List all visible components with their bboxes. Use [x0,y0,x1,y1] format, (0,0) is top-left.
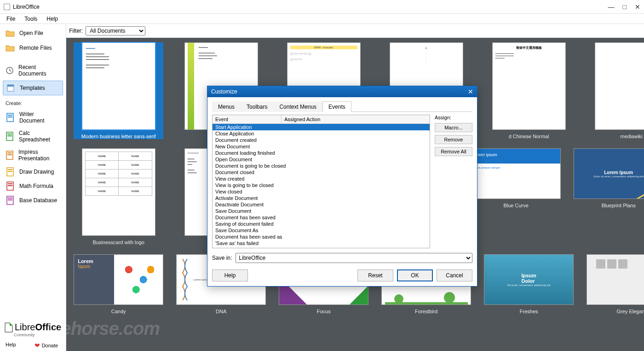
event-row[interactable]: Saving of document failed [213,221,430,227]
template-bluecurve[interactable]: orem Ipsumquis pretium semper Blue Curve [471,148,561,245]
event-row[interactable]: View is going to be closed [213,182,430,188]
impress-icon [6,151,14,159]
tab-toolbars[interactable]: Toolbars [241,101,273,112]
event-row[interactable]: Start Application [213,124,430,130]
sidebar-item-math[interactable]: Math Formula [3,179,63,193]
sidebar-item-draw[interactable]: Draw Drawing [3,165,63,179]
tab-row: Menus Toolbars Context Menus Events [212,101,472,112]
sidebar-item-label: Math Formula [19,183,53,189]
sidebar-item-calc[interactable]: Calc Spreadsheet [3,127,63,146]
event-row[interactable]: Activate Document [213,195,430,201]
event-row[interactable]: View created [213,176,430,182]
remove-all-button[interactable]: Remove All [435,147,472,156]
sidebar-item-templates[interactable]: Templates [3,81,63,95]
save-in-label: Save in: [212,255,232,261]
math-icon [6,182,15,190]
help-link[interactable]: Help [6,342,16,349]
event-row[interactable]: Document closed [213,169,430,176]
svg-rect-4 [8,115,12,116]
close-button[interactable]: ✕ [635,3,640,11]
svg-rect-11 [7,154,12,155]
slide-sub: Ispum [78,264,110,269]
svg-rect-17 [8,185,12,186]
svg-rect-10 [7,152,12,153]
template-mediawiki[interactable]: mediawiki [586,42,644,139]
maximize-button[interactable]: □ [623,3,627,11]
writer-icon [6,113,15,122]
macro-button[interactable]: Macro... [435,123,472,132]
save-in-select[interactable]: LibreOffice [236,253,472,263]
assign-label: Assign: [435,115,472,120]
remove-button[interactable]: Remove [435,135,472,144]
template-blueprint[interactable]: Lorem IpsumDolor sit amet, consectetur a… [574,148,644,245]
sidebar-item-open-file[interactable]: Open File [3,26,63,40]
menu-tools[interactable]: Tools [21,15,41,23]
brand-name-b: Office [35,322,61,332]
event-row[interactable]: Save Document As [213,227,430,234]
close-icon[interactable]: ✕ [468,88,473,95]
thumb-title: 简体中文通用模板 [516,46,542,49]
donate-link[interactable]: Donate [42,343,58,348]
event-row[interactable]: Document has been saved [213,214,430,221]
event-row[interactable]: Document has been saved as [213,234,430,240]
template-businesscard[interactable]: NAMENAMENAMENAMENAMENAMENAMENAMENAMENAME… [74,148,163,245]
menu-file[interactable]: File [3,15,19,23]
col-event[interactable]: Event [213,115,282,123]
slide-title2: Dolor [521,278,535,284]
menu-help[interactable]: Help [43,15,62,23]
tab-context-menus[interactable]: Context Menus [273,101,322,112]
sidebar-item-impress[interactable]: Impress Presentation [3,146,63,164]
svg-rect-13 [8,169,12,170]
sidebar-item-label: Remote Files [19,45,52,51]
col-action[interactable]: Assigned Action [282,115,430,123]
event-row[interactable]: Close Application [213,130,430,137]
sidebar-item-recent[interactable]: Recent Documents [3,61,63,80]
event-row[interactable]: New Document [213,143,430,150]
event-row[interactable]: Save Document [213,208,430,214]
template-grey-elegant[interactable]: Lorem IpsumDolor sit amet, consectetur G… [586,254,644,314]
template-label: Blueprint Plans [602,203,636,208]
tab-menus[interactable]: Menus [212,101,241,112]
svg-rect-20 [8,199,12,200]
sidebar-item-label: Impress Presentation [18,149,60,162]
template-modern-sans[interactable]: ▬▬▬▬▬▬▬▬▬▬▬▬▬▬▬▬▬▬▬▬▬▬▬▬▬▬▬▬▬▬▬▬▬▬▬▬▬▬▬▬… [74,42,163,139]
template-chinese-normal[interactable]: 简体中文通用模板▬▬▬▬▬▬▬▬▬▬▬▬▬▬▬▬▬▬▬▬▬▬▬▬▬ d Chin… [484,42,574,139]
sidebar-item-writer[interactable]: Writer Document [3,108,63,127]
event-row[interactable]: 'Save as' has failed [213,240,430,246]
event-row[interactable]: Document created [213,137,430,143]
event-row[interactable]: Storing or exporting copy of docu [213,246,430,248]
minimize-button[interactable]: — [608,3,615,11]
cancel-button[interactable]: Cancel [437,269,472,281]
titlebar: LibreOffice — □ ✕ [0,0,644,14]
dialog-title: Customize [211,88,468,95]
slide-sub: Sit amet, consectetur adipiscing elit [507,284,551,287]
template-candy[interactable]: LoremIspum Candy [74,254,163,314]
template-label: Modern business letter sans-serif [81,134,156,139]
brand-name-a: Libre [15,322,35,332]
event-row[interactable]: Deactivate Document [213,201,430,208]
event-row[interactable]: Document is going to be closed [213,163,430,169]
slide-title: Lorem Ipsum [604,170,633,175]
slide-title: Lorem [78,258,110,264]
template-freshes[interactable]: IpsumDolorSit amet, consectetur adipisci… [484,254,574,314]
reset-button[interactable]: Reset [357,269,393,281]
ok-button[interactable]: OK [397,269,433,281]
svg-point-22 [394,294,403,304]
tab-events[interactable]: Events [322,101,351,112]
event-list[interactable]: Start ApplicationClose ApplicationDocume… [213,124,430,248]
sidebar-item-base[interactable]: Base Database [3,193,63,207]
sidebar-item-label: Open File [19,30,43,36]
sidebar-item-remote-files[interactable]: Remote Files [3,41,63,55]
event-row[interactable]: Document loading finished [213,150,430,156]
svg-rect-2 [7,85,14,87]
filter-label: Filter: [69,28,83,34]
help-button[interactable]: Help [212,269,248,281]
event-row[interactable]: Open Document [213,156,430,163]
template-label: Focus [317,309,331,314]
libreoffice-icon [5,322,13,333]
template-label: Grey Elegant [617,309,644,314]
customize-dialog: Customize ✕ Menus Toolbars Context Menus… [207,86,477,287]
event-row[interactable]: View closed [213,188,430,195]
event-table: Event Assigned Action Start ApplicationC… [212,115,430,248]
filter-select[interactable]: All Documents [86,26,145,35]
